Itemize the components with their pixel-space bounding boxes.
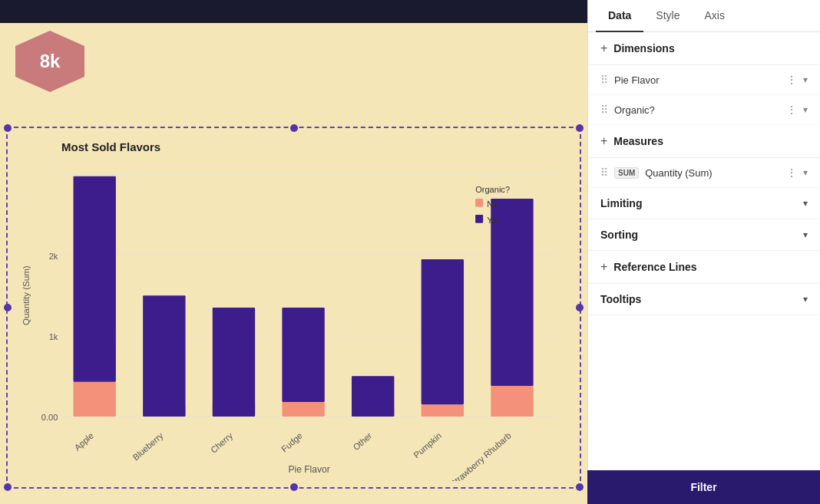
- quantity-menu-icon[interactable]: ⋮: [783, 165, 800, 180]
- right-panel: Data Style Axis + Dimensions ⠿ Pie Flavo…: [587, 0, 820, 504]
- quantity-chevron-icon[interactable]: ▾: [803, 167, 808, 178]
- svg-text:0.00: 0.00: [41, 413, 58, 422]
- svg-text:Apple: Apple: [73, 430, 95, 452]
- field-organic: ⠿ Organic? ⋮ ▾: [588, 95, 820, 125]
- svg-rect-17: [352, 376, 394, 417]
- svg-text:2k: 2k: [49, 252, 58, 261]
- limiting-label: Limiting: [600, 197, 642, 209]
- svg-text:Pie Flavor: Pie Flavor: [288, 464, 329, 475]
- chart-container: Most Sold Flavors 0.00 1k 2k Quantity (S…: [15, 134, 572, 481]
- svg-text:Yes: Yes: [487, 215, 501, 224]
- measures-label: Measures: [613, 135, 663, 147]
- tab-axis[interactable]: Axis: [692, 0, 736, 32]
- svg-text:Blueberry: Blueberry: [131, 430, 165, 462]
- field-pie-flavor: ⠿ Pie Flavor ⋮ ▾: [588, 65, 820, 95]
- sorting-row[interactable]: Sorting ▾: [588, 219, 820, 251]
- svg-text:Pumpkin: Pumpkin: [412, 430, 444, 460]
- svg-rect-20: [491, 386, 533, 417]
- measures-header[interactable]: + Measures: [588, 125, 820, 158]
- measures-plus-icon: +: [600, 134, 607, 148]
- drag-icon-pie-flavor[interactable]: ⠿: [600, 74, 608, 86]
- dimensions-header[interactable]: + Dimensions: [588, 32, 820, 65]
- svg-rect-13: [213, 308, 255, 417]
- organic-chevron-icon[interactable]: ▾: [803, 104, 808, 115]
- svg-text:Quantity (Sum): Quantity (Sum): [21, 265, 31, 325]
- dimensions-label: Dimensions: [613, 42, 674, 54]
- svg-rect-31: [475, 199, 483, 207]
- sorting-label: Sorting: [600, 229, 638, 241]
- svg-rect-19: [422, 259, 464, 404]
- reference-lines-plus-icon: +: [600, 260, 607, 274]
- svg-rect-9: [74, 176, 116, 382]
- tabs-row: Data Style Axis: [588, 0, 820, 32]
- tooltips-label: Tooltips: [600, 293, 641, 305]
- sorting-chevron-icon: ▾: [803, 229, 808, 240]
- svg-text:No: No: [487, 199, 498, 208]
- panel-content: + Dimensions ⠿ Pie Flavor ⋮ ▾ ⠿ Organic?…: [588, 32, 820, 504]
- tooltips-chevron-icon: ▾: [803, 294, 808, 305]
- organic-label: Organic?: [614, 104, 777, 116]
- hex-badge-value: 8k: [40, 51, 61, 72]
- tab-style[interactable]: Style: [643, 0, 692, 32]
- quantity-label: Quantity (Sum): [645, 167, 777, 179]
- svg-rect-14: [282, 402, 324, 417]
- filter-button[interactable]: Filter: [587, 470, 820, 504]
- tab-data[interactable]: Data: [596, 0, 643, 32]
- svg-rect-21: [491, 199, 533, 386]
- organic-menu-icon[interactable]: ⋮: [783, 102, 800, 117]
- sum-badge: SUM: [614, 167, 639, 179]
- pie-flavor-menu-icon[interactable]: ⋮: [783, 72, 800, 87]
- svg-rect-8: [74, 382, 116, 417]
- svg-rect-33: [475, 215, 483, 223]
- limiting-row[interactable]: Limiting ▾: [588, 188, 820, 219]
- svg-text:Fudge: Fudge: [279, 430, 304, 453]
- svg-text:Organic?: Organic?: [475, 184, 510, 193]
- dimensions-plus-icon: +: [600, 41, 607, 55]
- reference-lines-header[interactable]: + Reference Lines: [588, 251, 820, 284]
- chart-svg: 0.00 1k 2k Quantity (Sum): [15, 134, 572, 481]
- pie-flavor-chevron-icon[interactable]: ▾: [803, 74, 808, 85]
- chart-panel: 8k Most Sold Flavors 0.00 1k 2k Quantity…: [0, 0, 587, 504]
- field-quantity: ⠿ SUM Quantity (Sum) ⋮ ▾: [588, 158, 820, 188]
- drag-icon-quantity[interactable]: ⠿: [600, 166, 608, 179]
- svg-text:Other: Other: [352, 430, 374, 452]
- svg-rect-18: [422, 404, 464, 417]
- limiting-chevron-icon: ▾: [803, 198, 808, 209]
- svg-text:1k: 1k: [49, 332, 58, 341]
- reference-lines-label: Reference Lines: [613, 261, 696, 273]
- pie-flavor-label: Pie Flavor: [614, 74, 777, 86]
- svg-text:Cherry: Cherry: [209, 430, 234, 455]
- svg-rect-11: [143, 295, 185, 417]
- tooltips-row[interactable]: Tooltips ▾: [588, 284, 820, 315]
- svg-text:Strawberry Rhubarb: Strawberry Rhubarb: [448, 430, 512, 481]
- drag-icon-organic[interactable]: ⠿: [600, 104, 608, 116]
- svg-rect-15: [282, 308, 324, 402]
